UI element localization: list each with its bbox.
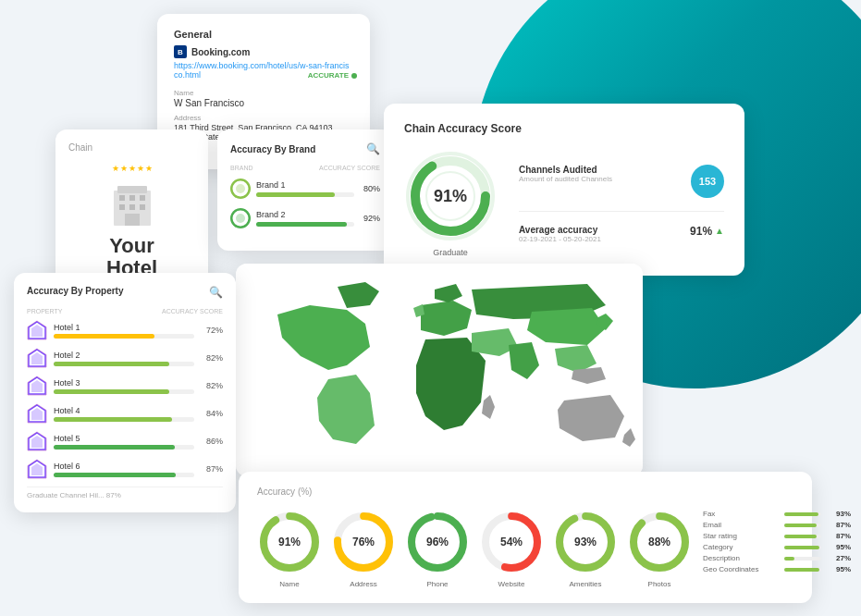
side-stat-fill [784, 512, 818, 516]
brand-info: Brand 2 [256, 210, 354, 227]
bar-container [54, 334, 194, 339]
svg-marker-21 [31, 352, 43, 364]
prop-name: Hotel 2 [54, 351, 194, 360]
donut-pct: 91% [434, 187, 467, 206]
bar-fill [256, 192, 335, 197]
brand-name: Brand 2 [256, 210, 354, 219]
brand-score: 80% [360, 184, 380, 193]
channels-row: Channels Audited Amount of audited Chann… [519, 165, 724, 198]
side-stat-row: Star rating 87% [703, 532, 814, 540]
mini-donut-label: Amenities [569, 580, 601, 588]
property-icon [27, 431, 47, 451]
side-stat-value: 95% [829, 543, 851, 551]
prop-name: Hotel 3 [54, 378, 194, 388]
svg-point-10 [236, 184, 245, 193]
acc-pct-title: Accuracy (%) [257, 487, 793, 497]
booking-logo-box: B [174, 45, 187, 58]
channels-value: 153 [691, 165, 724, 198]
svg-rect-8 [125, 214, 140, 226]
side-stat-label: Fax [703, 510, 777, 518]
search-icon-property[interactable]: 🔍 [209, 286, 223, 299]
svg-marker-27 [31, 408, 43, 420]
trend-up-icon: ▲ [715, 226, 724, 236]
address-label: Address [174, 114, 353, 122]
side-stat-fill [784, 557, 794, 561]
svg-text:96%: 96% [426, 536, 449, 548]
svg-marker-30 [31, 436, 43, 448]
prop-name: Hotel 5 [54, 434, 194, 443]
acc-pct-items: 91% Name 76% Address 96% Phone 54% Websi… [257, 510, 692, 588]
last-row: Graduate Channel Hil... 87% [27, 487, 223, 499]
booking-logo: B Booking.com [174, 45, 353, 58]
side-stat-value: 87% [829, 521, 851, 529]
side-stat-label: Star rating [703, 532, 777, 540]
bar-container [256, 192, 354, 197]
svg-rect-3 [129, 195, 135, 201]
side-stat-row: Geo Coordinates 95% [703, 565, 814, 573]
name-value: W San Francisco [174, 98, 353, 108]
bar-container [256, 222, 354, 227]
prop-score: 84% [201, 409, 223, 418]
avg-dates: 02-19-2021 - 05-20-2021 [519, 235, 601, 243]
property-icon [27, 376, 47, 396]
property-row: Hotel 1 72% [27, 320, 223, 340]
prop-info: Hotel 3 [54, 378, 194, 394]
property-row: Hotel 3 82% [27, 376, 223, 396]
bar-fill [54, 473, 176, 477]
accurate-dot [351, 73, 357, 79]
bar-fill [54, 445, 175, 450]
side-stat-bar [784, 557, 821, 561]
channels-label: Channels Audited [519, 165, 612, 175]
prop-headers: PROPERTY ACCURACY SCORE [27, 308, 223, 314]
svg-text:93%: 93% [574, 536, 597, 548]
bar-container [54, 417, 194, 422]
prop-score: 86% [201, 437, 223, 446]
side-stat-label: Description [703, 554, 777, 562]
search-icon[interactable]: 🔍 [366, 142, 380, 155]
avg-row: Average accuracy 02-19-2021 - 05-20-2021… [519, 225, 724, 243]
acc-pct-item: 91% Name [257, 510, 322, 588]
acc-stats: Channels Audited Amount of audited Chann… [519, 165, 724, 243]
general-card-title: General [174, 29, 353, 40]
bar-container [54, 362, 194, 366]
side-stat-value: 95% [829, 565, 851, 573]
chain-accuracy-title: Chain Accuracy Score [404, 122, 724, 135]
side-stat-bar [784, 546, 821, 549]
brand-rows: Brand 1 80% Brand 2 92% [230, 179, 380, 228]
side-stat-fill [784, 546, 819, 549]
side-stat-value: 87% [829, 532, 851, 540]
donut-label: 91% [434, 187, 467, 206]
hotel-icon: ★★★★★ [68, 164, 195, 228]
bar-container [54, 445, 194, 450]
chain-accuracy-score-card: Chain Accuracy Score 91% Graduate [384, 104, 744, 276]
avg-label: Average accuracy [519, 225, 601, 235]
mini-donut-label: Name [279, 580, 299, 588]
side-stat-fill [784, 535, 817, 538]
property-row: Hotel 5 86% [27, 431, 223, 451]
bar-fill [54, 389, 169, 394]
mini-donut-svg: 96% [405, 510, 470, 574]
brand-name: Brand 1 [256, 180, 354, 190]
acc-pct-item: 93% Amenities [553, 510, 618, 588]
acc-pct-item: 76% Address [331, 510, 396, 588]
mini-donut-label: Website [498, 580, 525, 588]
side-stat-row: Fax 93% [703, 510, 814, 518]
property-icon [27, 459, 47, 479]
bar-fill [256, 222, 347, 227]
property-title: Accuracy By Property 🔍 [27, 286, 223, 299]
side-stat-value: 93% [829, 510, 851, 518]
svg-marker-24 [31, 380, 43, 392]
world-map-svg [236, 264, 643, 476]
acc-pct-item: 96% Phone [405, 510, 470, 588]
hotel-building-icon [105, 177, 160, 228]
side-stat-row: Email 87% [703, 521, 814, 529]
property-icon [27, 320, 47, 340]
side-stats: Fax 93% Email 87% Star rating 87% Catego… [703, 510, 814, 573]
side-stat-fill [784, 568, 819, 572]
svg-text:76%: 76% [352, 536, 375, 548]
property-row: Hotel 2 82% [27, 348, 223, 368]
bar-fill [54, 417, 172, 422]
prop-info: Hotel 2 [54, 351, 194, 366]
svg-point-12 [236, 214, 245, 223]
chain-card: Chain ★★★★★ YourHotel [55, 129, 208, 292]
